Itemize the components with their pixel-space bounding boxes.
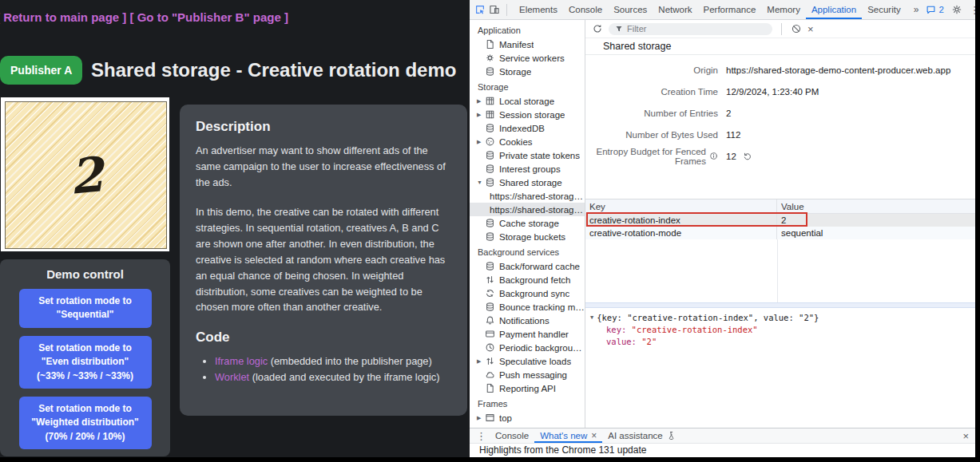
expand-arrow-icon[interactable]: ▶ xyxy=(477,415,485,421)
block-icon[interactable] xyxy=(791,23,802,34)
tab-application[interactable]: Application xyxy=(806,0,862,19)
expand-arrow-icon[interactable]: ▶ xyxy=(477,139,485,145)
sidebar-item-indexeddb[interactable]: IndexedDB xyxy=(470,121,585,135)
demo-button-3[interactable]: Set rotation mode to "Weighted distribut… xyxy=(19,397,152,449)
drawer-tab-ai-assistance[interactable]: AI assistance xyxy=(602,428,681,443)
meta-value: 12 xyxy=(726,152,752,161)
sidebar-item-label: Storage xyxy=(499,67,531,77)
sidebar-item-https-shared-storage[interactable]: https://shared-storage... xyxy=(470,189,585,203)
tab-security[interactable]: Security xyxy=(862,0,907,19)
filter-placeholder: Filter xyxy=(627,24,646,34)
issues-indicator[interactable]: 2 xyxy=(926,5,943,15)
flask-icon xyxy=(667,431,676,440)
preview-entry-value[interactable]: value: "2" xyxy=(590,336,970,348)
value-column-header[interactable]: Value xyxy=(777,199,975,213)
expand-arrow-icon[interactable]: ▶ xyxy=(477,98,485,105)
inspect-element-icon[interactable] xyxy=(474,4,486,15)
sidebar-item-push-messaging[interactable]: Push messaging xyxy=(470,368,585,381)
close-tab-icon[interactable]: × xyxy=(591,428,597,443)
sidebar-item-shared-storage[interactable]: ▼Shared storage xyxy=(470,176,585,189)
code-list-item: Iframe logic (embedded into the publishe… xyxy=(215,353,451,369)
sidebar-item-label: Background sync xyxy=(499,289,569,298)
sidebar-item-session-storage[interactable]: ▶Session storage xyxy=(470,108,585,121)
sidebar-item-cache-storage[interactable]: Cache storage xyxy=(470,216,585,230)
code-heading: Code xyxy=(196,330,451,346)
cell-key: creative-rotation-index xyxy=(585,214,777,227)
tab-network[interactable]: Network xyxy=(653,0,697,19)
sidebar-item-interest-groups[interactable]: Interest groups xyxy=(470,162,585,176)
sidebar-item-label: Bounce tracking miti... xyxy=(499,302,585,312)
sidebar-item-background-sync[interactable]: Background sync xyxy=(470,286,585,300)
sidebar-item-local-storage[interactable]: ▶Local storage xyxy=(470,94,585,108)
sidebar-item-label: Reporting API xyxy=(499,384,556,393)
sidebar-item-top[interactable]: ▶top xyxy=(470,411,585,424)
demo-button-2[interactable]: Set rotation mode to "Even distribution"… xyxy=(19,336,152,389)
sidebar-item-cookies[interactable]: ▶Cookies xyxy=(470,135,585,148)
drawer-tab-label: AI assistance xyxy=(608,428,662,443)
cookie-icon xyxy=(485,136,495,147)
sidebar-item-manifest[interactable]: Manifest xyxy=(470,38,585,51)
sidebar-item-payment-handler[interactable]: Payment handler xyxy=(470,327,585,341)
sidebar-item-notifications[interactable]: Notifications xyxy=(470,314,585,327)
drawer-close-icon[interactable]: × xyxy=(962,431,969,441)
sidebar-item-back-forward-cache[interactable]: Back/forward cache xyxy=(470,259,585,273)
storage-items-view: KeyValuecreative-rotation-index2creative… xyxy=(585,199,975,302)
filter-input[interactable]: Filter xyxy=(609,23,772,35)
code-link-suffix: (embedded into the publisher page) xyxy=(268,355,432,367)
info-icon[interactable] xyxy=(709,152,718,160)
sidebar-item-speculative-loads[interactable]: ▶Speculative loads xyxy=(470,354,585,368)
meta-value-text: 112 xyxy=(726,130,740,140)
demo-buttons: Set rotation mode to "Sequential"Set rot… xyxy=(0,289,170,449)
drawer-tab-console[interactable]: Console xyxy=(490,428,534,443)
settings-gear-icon[interactable] xyxy=(951,4,962,15)
drawer-menu-icon[interactable]: ⋮ xyxy=(476,430,486,442)
tab-elements[interactable]: Elements xyxy=(514,0,563,19)
description-panel: Description An advertiser may want to sh… xyxy=(180,105,467,416)
tab-sources[interactable]: Sources xyxy=(608,0,653,19)
reset-icon[interactable] xyxy=(743,152,752,161)
sidebar-item-label: Background fetch xyxy=(499,275,571,285)
expand-arrow-icon[interactable]: ▼ xyxy=(477,180,485,185)
sidebar-item-bounce-tracking-miti[interactable]: Bounce tracking miti... xyxy=(470,300,585,314)
sidebar-item-https-shared-storage[interactable]: https://shared-storage... xyxy=(470,203,585,216)
more-tabs-chevron[interactable]: » xyxy=(910,0,923,19)
db-icon xyxy=(485,123,495,133)
sidebar-item-service-workers[interactable]: Service workers xyxy=(470,51,585,65)
meta-row-entropy-budget-for-fenced-frames: Entropy Budget for Fenced Frames12 xyxy=(585,145,975,167)
table-row-creative-rotation-mode[interactable]: creative-rotation-modesequential xyxy=(585,227,975,239)
table-row-creative-rotation-index[interactable]: creative-rotation-index2 xyxy=(585,214,975,227)
sidebar-item-background-fetch[interactable]: Background fetch xyxy=(470,273,585,286)
sidebar-item-storage[interactable]: Storage xyxy=(470,65,585,78)
tab-performance[interactable]: Performance xyxy=(698,0,762,19)
sidebar-item-storage-buckets[interactable]: Storage buckets xyxy=(470,230,585,243)
sidebar-item-label: https://shared-storage... xyxy=(490,192,585,201)
key-column-header[interactable]: Key xyxy=(585,199,777,213)
drawer-tab-what-s-new[interactable]: What's new× xyxy=(534,428,602,443)
sidebar-item-reporting-api[interactable]: Reporting API xyxy=(470,381,585,395)
expand-arrow-icon[interactable]: ▶ xyxy=(477,358,485,365)
code-link-iframe-logic[interactable]: Iframe logic xyxy=(215,355,268,367)
clear-icon[interactable]: × xyxy=(807,24,814,34)
tab-console[interactable]: Console xyxy=(563,0,608,19)
filter-funnel-icon xyxy=(615,25,623,33)
pane-splitter[interactable] xyxy=(585,302,975,308)
sidebar-item-label: Speculative loads xyxy=(499,357,571,366)
tab-memory[interactable]: Memory xyxy=(761,0,806,19)
sidebar-item-label: Push messaging xyxy=(499,370,567,380)
page-top-links[interactable]: [ Return to main page ] [ Go to "Publish… xyxy=(0,10,288,24)
code-link-worklet[interactable]: Worklet xyxy=(215,371,249,383)
sidebar-item-private-state-tokens[interactable]: Private state tokens xyxy=(470,148,585,162)
preview-entry-key[interactable]: key: "creative-rotation-index" xyxy=(590,324,970,336)
device-toolbar-icon[interactable] xyxy=(489,4,500,15)
demo-button-1[interactable]: Set rotation mode to "Sequential" xyxy=(19,289,152,328)
clock-icon xyxy=(485,342,495,353)
sidebar-item-periodic-backgroun[interactable]: Periodic backgroun... xyxy=(470,341,585,354)
sidebar-item-label: Shared storage xyxy=(499,178,562,188)
expand-arrow-icon[interactable]: ▶ xyxy=(477,112,485,118)
refresh-icon[interactable] xyxy=(592,23,603,34)
meta-value: https://shared-storage-demo-content-prod… xyxy=(726,65,950,75)
meta-row-number-of-entries: Number of Entries2 xyxy=(585,102,975,124)
toolbar-separator xyxy=(781,23,782,35)
preview-summary-line[interactable]: ▼ {key: "creative-rotation-index", value… xyxy=(590,312,970,324)
meta-label: Number of Entries xyxy=(585,109,718,118)
